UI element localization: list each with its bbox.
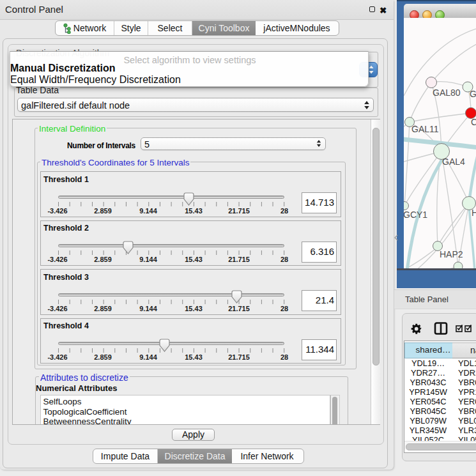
svg-text:G: G	[470, 89, 476, 99]
svg-text:GAL11: GAL11	[411, 124, 439, 134]
svg-text:H: H	[472, 208, 476, 218]
svg-text:GCY1: GCY1	[404, 210, 427, 220]
svg-text:GAL4: GAL4	[442, 157, 465, 167]
svg-text:HAP2: HAP2	[440, 249, 463, 259]
svg-text:GAL80: GAL80	[433, 88, 461, 98]
svg-text:C: C	[471, 117, 476, 127]
